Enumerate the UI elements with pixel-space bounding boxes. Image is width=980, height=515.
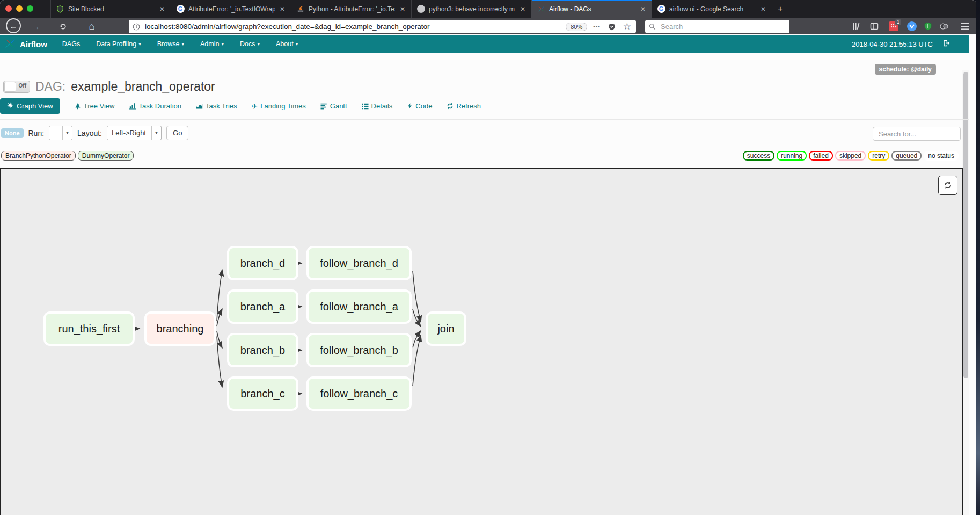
extension-badge-count: 1 [895,19,901,25]
tab-gantt[interactable]: Gantt [320,102,347,110]
run-select[interactable]: ▼ [49,126,72,140]
tab-title: Site Blocked [68,5,155,13]
tab-tree-view[interactable]: Tree View [75,102,115,110]
tab-attributeerror-google[interactable]: G AttributeError: '_io.TextIOWrapp ✕ [171,0,291,18]
operator-legend-DummyOperator: DummyOperator [78,151,134,161]
graph-node-branch_b[interactable]: branch_b [227,333,298,367]
search-input[interactable] [660,22,789,31]
dag-pause-toggle[interactable]: Off [3,81,30,93]
tab-graph-view[interactable]: Graph View [0,98,60,114]
graph-node-follow_branch_a[interactable]: follow_branch_a [306,289,412,324]
search-bar[interactable] [645,20,789,33]
window-close-button[interactable] [5,5,12,12]
window-zoom-button[interactable] [27,5,33,12]
graph-node-follow_branch_d[interactable]: follow_branch_d [306,246,412,280]
task-search-box[interactable] [873,127,961,141]
google-favicon-icon: G [657,5,665,13]
airflow-navbar: Airflow DAGs Data Profiling▾ Browse▾ Adm… [0,35,969,53]
macos-traffic-lights [5,5,33,12]
reload-button[interactable] [56,19,70,33]
tab-task-duration[interactable]: Task Duration [129,102,181,110]
tab-title: python3: behave incorrectly m [429,5,515,13]
page-actions-icon[interactable]: ••• [593,24,601,30]
list-icon [362,103,369,110]
tab-airflow-ui-search[interactable]: G airflow ui - Google Search ✕ [652,0,772,18]
zoom-level-badge[interactable]: 80% [566,23,587,31]
pocket-shield-icon[interactable] [608,23,616,31]
nav-item-browse[interactable]: Browse▾ [157,40,184,48]
tab-python-stackoverflow[interactable]: Python - AttributeError: '_io.Tex ✕ [291,0,412,18]
chevron-down-icon: ▾ [257,41,260,47]
operator-legend-BranchPythonOperator: BranchPythonOperator [1,151,76,161]
graph-node-branch_d[interactable]: branch_d [227,246,298,280]
tab-python3-github[interactable]: python3: behave incorrectly m ✕ [411,0,532,18]
screenshot-stage: Site Blocked ✕ G AttributeError: '_io.Te… [0,0,980,515]
graph-edge-branching-to-branch_c [217,337,222,387]
graph-node-join[interactable]: join [426,311,466,346]
status-legend-queued: queued [891,151,922,161]
extension-green-shield-icon[interactable] [922,20,934,32]
extension-red-icon[interactable]: 1 [888,20,899,32]
extension-circles-icon[interactable] [938,20,950,32]
align-left-icon [320,103,327,110]
layout-select[interactable]: Left->Right ▼ [107,126,162,140]
tab-close-icon[interactable]: ✕ [639,5,647,13]
page-content: Airflow DAGs Data Profiling▾ Browse▾ Adm… [0,34,976,515]
airflow-brand[interactable]: Airflow [4,38,47,51]
graph-node-branch_a[interactable]: branch_a [227,289,298,324]
nav-item-docs[interactable]: Docs▾ [240,40,260,48]
graph-node-branching[interactable]: branching [144,311,216,346]
tab-site-blocked[interactable]: Site Blocked ✕ [50,0,171,18]
tab-close-icon[interactable]: ✕ [519,5,526,13]
tab-landing-times[interactable]: ✈ Landing Times [252,102,306,111]
url-input[interactable] [144,22,564,31]
tab-details[interactable]: Details [362,102,393,110]
tab-close-icon[interactable]: ✕ [759,5,767,13]
sidebar-toggle-icon[interactable] [868,20,880,32]
extension-blue-icon[interactable] [906,20,918,32]
toggle-off-label: Off [19,83,26,89]
tab-refresh[interactable]: Refresh [447,102,481,110]
forward-button[interactable]: → [29,19,43,33]
graph-node-branch_c[interactable]: branch_c [227,376,298,411]
task-search-input[interactable] [877,129,956,139]
new-tab-button[interactable]: + [772,0,788,18]
tab-close-icon[interactable]: ✕ [399,5,406,13]
back-button[interactable]: ← [6,18,21,33]
google-favicon-icon: G [176,5,185,13]
hamburger-menu-icon[interactable] [959,20,971,32]
chevron-down-icon: ▼ [151,126,161,140]
airflow-menu: DAGs Data Profiling▾ Browse▾ Admin▾ Docs… [62,40,298,48]
go-button[interactable]: Go [166,126,188,140]
url-bar[interactable]: 80% ••• ☆ [129,20,636,33]
window-minimize-button[interactable] [16,5,23,12]
shield-favicon-icon [56,5,64,13]
tab-title: airflow ui - Google Search [669,5,756,13]
status-legend-success: success [743,151,774,161]
home-button[interactable]: ⌂ [85,19,99,33]
tab-close-icon[interactable]: ✕ [279,5,286,13]
bookmark-star-icon[interactable]: ☆ [623,21,631,32]
tab-airflow-dags-active[interactable]: Airflow - DAGs ✕ [531,0,652,18]
nav-item-about[interactable]: About▾ [276,40,298,48]
tab-task-tries[interactable]: Task Tries [196,102,237,110]
logout-icon[interactable] [942,39,951,49]
site-info-icon[interactable] [133,23,140,31]
library-icon[interactable] [851,20,862,32]
search-icon [649,23,656,30]
chevron-down-icon: ▼ [62,126,72,140]
graph-node-follow_branch_c[interactable]: follow_branch_c [306,376,412,411]
nav-item-admin[interactable]: Admin▾ [200,40,224,48]
graph-node-follow_branch_b[interactable]: follow_branch_b [306,333,412,367]
chevron-down-icon: ▾ [221,41,224,47]
nav-item-dags[interactable]: DAGs [62,40,80,48]
scrollbar-thumb[interactable] [963,72,968,378]
tab-title: AttributeError: '_io.TextIOWrapp [188,5,275,13]
graph-canvas[interactable]: run_this_firstbranchingbranch_dbranch_ab… [0,168,963,515]
tab-code[interactable]: Code [407,102,432,110]
page-scrollbar[interactable] [962,70,969,515]
dag-title-name: example_branch_operator [71,79,215,94]
nav-item-data-profiling[interactable]: Data Profiling▾ [96,40,141,48]
tab-close-icon[interactable]: ✕ [158,5,166,13]
graph-node-run_this_first[interactable]: run_this_first [43,311,135,346]
